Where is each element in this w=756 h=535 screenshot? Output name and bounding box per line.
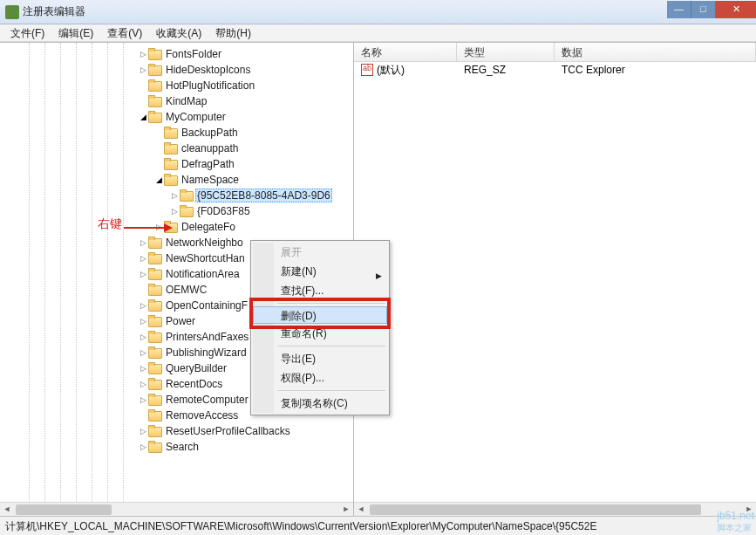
expand-icon[interactable]: ▷ bbox=[138, 254, 148, 263]
tree-item[interactable]: ▷Search bbox=[0, 439, 353, 455]
regedit-icon bbox=[5, 5, 19, 19]
tree-item[interactable]: ◢NameSpace bbox=[0, 172, 353, 188]
tree-item-label: PublishingWizard bbox=[164, 346, 249, 359]
menu-edit[interactable]: 编辑(E) bbox=[51, 24, 100, 41]
expand-icon[interactable]: ▷ bbox=[138, 380, 148, 388]
tree-item-label: HideDesktopIcons bbox=[164, 64, 252, 76]
context-menu-item[interactable]: 重命名(R) bbox=[253, 324, 387, 343]
expand-icon[interactable]: ▷ bbox=[169, 207, 180, 216]
col-type-header[interactable]: 类型 bbox=[457, 43, 555, 61]
values-pane: 名称 类型 数据 (默认) REG_SZ TCC Explorer ◄ ► bbox=[354, 43, 756, 516]
context-menu-item: 展开 bbox=[253, 243, 387, 262]
context-menu-item[interactable]: 权限(P)... bbox=[253, 368, 387, 388]
expand-icon[interactable]: ▷ bbox=[138, 270, 148, 278]
expand-icon[interactable]: ▷ bbox=[169, 191, 180, 200]
tree-hscrollbar[interactable]: ◄ ► bbox=[0, 502, 353, 516]
value-name: (默认) bbox=[354, 63, 457, 78]
menu-file[interactable]: 文件(F) bbox=[3, 24, 51, 41]
close-button[interactable]: ✕ bbox=[716, 1, 756, 18]
folder-icon bbox=[148, 441, 162, 453]
context-menu-separator bbox=[277, 303, 385, 304]
tree-item-label: {95C52EB8-8085-4AD3-9D6 bbox=[195, 189, 332, 202]
minimize-button[interactable]: — bbox=[667, 1, 691, 18]
maximize-button[interactable]: □ bbox=[691, 1, 716, 18]
tree-item-label: DelegateFo bbox=[180, 221, 237, 233]
expand-icon[interactable]: ▷ bbox=[138, 50, 148, 58]
collapse-icon[interactable]: ◢ bbox=[153, 175, 164, 184]
expand-icon[interactable]: ▷ bbox=[138, 348, 148, 357]
menu-view[interactable]: 查看(V) bbox=[100, 24, 149, 41]
expand-icon[interactable]: ▷ bbox=[138, 427, 148, 436]
folder-icon bbox=[148, 284, 162, 296]
tree-item-label: RemoteComputer bbox=[164, 394, 250, 406]
tree-item[interactable]: ▷ResetUserProfileCallbacks bbox=[0, 423, 353, 439]
context-menu-item[interactable]: 新建(N)▶ bbox=[253, 262, 387, 281]
expand-icon[interactable]: ▷ bbox=[153, 223, 164, 231]
context-menu-item[interactable]: 删除(D) bbox=[253, 306, 387, 324]
folder-icon bbox=[148, 111, 162, 123]
menu-help[interactable]: 帮助(H) bbox=[208, 24, 258, 41]
window-title: 注册表编辑器 bbox=[23, 4, 667, 19]
expand-icon[interactable]: ▷ bbox=[138, 65, 148, 74]
tree-item-label: RemoveAccess bbox=[164, 409, 240, 422]
values-header: 名称 类型 数据 bbox=[354, 43, 756, 62]
titlebar: 注册表编辑器 — □ ✕ bbox=[0, 0, 756, 24]
tree-item[interactable]: DefragPath bbox=[0, 156, 353, 172]
values-hscrollbar[interactable]: ◄ ► bbox=[354, 502, 756, 516]
tree-item[interactable]: ▷{95C52EB8-8085-4AD3-9D6 bbox=[0, 188, 353, 203]
tree-item-label: BackupPath bbox=[180, 127, 240, 139]
tree-item[interactable]: ◢MyComputer bbox=[0, 109, 353, 125]
value-row[interactable]: (默认) REG_SZ TCC Explorer bbox=[354, 62, 756, 78]
expand-icon[interactable]: ▷ bbox=[138, 238, 148, 247]
tree-item[interactable]: ▷FontsFolder bbox=[0, 46, 353, 62]
folder-icon bbox=[164, 158, 178, 170]
folder-icon bbox=[164, 142, 178, 154]
statusbar: 计算机\HKEY_LOCAL_MACHINE\SOFTWARE\Microsof… bbox=[0, 516, 756, 535]
expand-icon[interactable]: ▷ bbox=[138, 301, 148, 310]
tree-item-label: ResetUserProfileCallbacks bbox=[164, 425, 292, 437]
tree-item[interactable]: ▷DelegateFo bbox=[0, 219, 353, 235]
tree-item-label: MyComputer bbox=[164, 111, 228, 123]
tree-item[interactable]: ▷HideDesktopIcons bbox=[0, 62, 353, 78]
tree-item-label: RecentDocs bbox=[164, 378, 224, 390]
menu-favorites[interactable]: 收藏夹(A) bbox=[149, 24, 208, 41]
expand-icon[interactable]: ▷ bbox=[138, 395, 148, 404]
tree-item-label: OpenContainingF bbox=[164, 299, 249, 312]
folder-icon bbox=[148, 64, 162, 76]
string-value-icon bbox=[361, 64, 373, 76]
tree-item-label: cleanuppath bbox=[180, 142, 240, 154]
expand-icon[interactable]: ▷ bbox=[138, 442, 148, 451]
tree-item-label: HotPlugNotification bbox=[164, 79, 256, 92]
tree-item-label: FontsFolder bbox=[164, 48, 223, 60]
menubar: 文件(F) 编辑(E) 查看(V) 收藏夹(A) 帮助(H) bbox=[0, 24, 756, 42]
collapse-icon[interactable]: ◢ bbox=[138, 113, 148, 121]
tree-item[interactable]: BackupPath bbox=[0, 125, 353, 141]
tree-item-label: QueryBuilder bbox=[164, 362, 228, 374]
context-menu: 展开新建(N)▶查找(F)...删除(D)重命名(R)导出(E)权限(P)...… bbox=[250, 240, 390, 415]
expand-icon[interactable]: ▷ bbox=[138, 333, 148, 341]
status-path: 计算机\HKEY_LOCAL_MACHINE\SOFTWARE\Microsof… bbox=[5, 520, 596, 532]
context-menu-item[interactable]: 查找(F)... bbox=[253, 281, 387, 300]
folder-icon bbox=[164, 174, 178, 186]
context-menu-separator bbox=[277, 346, 385, 346]
tree-item-label: Power bbox=[164, 315, 197, 327]
tree-item[interactable]: cleanuppath bbox=[0, 141, 353, 156]
expand-icon[interactable]: ▷ bbox=[138, 317, 148, 326]
folder-icon bbox=[148, 425, 162, 437]
tree-item[interactable]: ▷{F0D63F85 bbox=[0, 203, 353, 219]
context-menu-item[interactable]: 复制项名称(C) bbox=[253, 394, 387, 413]
col-name-header[interactable]: 名称 bbox=[354, 43, 457, 61]
tree-item-label: NotificationArea bbox=[164, 268, 242, 280]
tree-item-label: OEMWC bbox=[164, 284, 208, 296]
tree-item-label: KindMap bbox=[164, 95, 208, 107]
context-menu-item[interactable]: 导出(E) bbox=[253, 349, 387, 368]
tree-item-label: Search bbox=[164, 441, 201, 453]
expand-icon[interactable]: ▷ bbox=[138, 364, 148, 373]
tree-item[interactable]: HotPlugNotification bbox=[0, 78, 353, 93]
watermark: jb51.net 脚本之家 bbox=[717, 510, 754, 534]
folder-icon bbox=[148, 237, 162, 249]
tree-item[interactable]: KindMap bbox=[0, 93, 353, 109]
value-data: TCC Explorer bbox=[555, 64, 756, 76]
tree-item-label: NetworkNeighbo bbox=[164, 237, 245, 249]
col-data-header[interactable]: 数据 bbox=[555, 43, 756, 61]
